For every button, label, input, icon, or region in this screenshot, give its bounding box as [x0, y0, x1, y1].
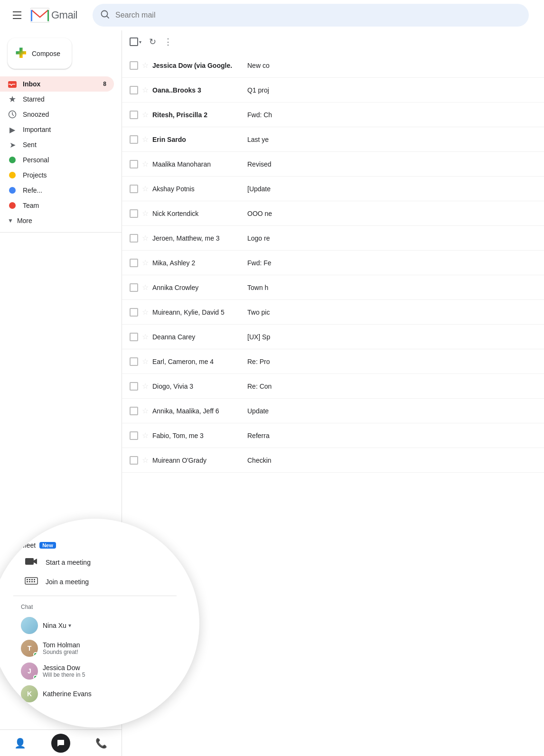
email-checkbox[interactable]: [130, 357, 138, 366]
email-toolbar: ▾ ↻ ⋮: [122, 30, 544, 53]
jessica-online-indicator: [33, 675, 38, 680]
email-row[interactable]: ☆ Earl, Cameron, me 4 Re: Pro: [122, 349, 544, 374]
nina-chevron-icon: ▾: [68, 622, 71, 629]
chat-user-jessica[interactable]: J Jessica Dow Will be there in 5: [21, 660, 169, 682]
select-all-area[interactable]: ▾: [130, 37, 141, 46]
email-checkbox[interactable]: [130, 382, 138, 391]
refresh-button[interactable]: ↻: [149, 37, 156, 47]
star-icon[interactable]: ☆: [142, 357, 149, 366]
star-icon[interactable]: ☆: [142, 110, 149, 119]
chat-bottom-button[interactable]: [51, 734, 70, 753]
star-icon[interactable]: ☆: [142, 332, 149, 341]
email-row[interactable]: ☆ Annika, Maalika, Jeff 6 Update: [122, 399, 544, 423]
email-checkbox[interactable]: [130, 185, 138, 193]
star-icon[interactable]: ☆: [142, 406, 149, 415]
star-icon[interactable]: ☆: [142, 283, 149, 292]
email-row[interactable]: ☆ Muireann O'Grady Checkin: [122, 448, 544, 473]
email-checkbox[interactable]: [130, 333, 138, 341]
email-row[interactable]: ☆ Oana..Brooks 3 Q1 proj: [122, 78, 544, 103]
email-checkbox[interactable]: [130, 111, 138, 119]
chat-user-nina[interactable]: Nina Xu ▾: [21, 614, 169, 637]
start-meeting-button[interactable]: Start a meeting: [13, 553, 177, 572]
select-chevron-icon[interactable]: ▾: [139, 39, 141, 45]
star-icon[interactable]: ☆: [142, 209, 149, 218]
email-row[interactable]: ☆ Ritesh, Priscilla 2 Fwd: Ch: [122, 103, 544, 127]
email-subject: Fwd: Fe: [247, 259, 536, 267]
meet-chat-divider: [13, 596, 177, 596]
email-checkbox[interactable]: [130, 234, 138, 243]
more-button[interactable]: ▼ More: [0, 213, 122, 228]
join-meeting-button[interactable]: Join a meeting: [13, 572, 177, 592]
sidebar-item-references[interactable]: Refe...: [0, 183, 114, 198]
email-row[interactable]: ☆ Deanna Carey [UX] Sp: [122, 325, 544, 349]
email-checkbox[interactable]: [130, 283, 138, 292]
email-row[interactable]: ☆ Mika, Ashley 2 Fwd: Fe: [122, 251, 544, 275]
star-icon[interactable]: ☆: [142, 159, 149, 168]
sender-name: Jessica Dow (via Google.: [152, 62, 247, 69]
star-icon[interactable]: ☆: [142, 135, 149, 144]
important-icon: ▶: [8, 125, 17, 134]
select-all-checkbox[interactable]: [130, 37, 138, 46]
email-subject: Checkin: [247, 457, 536, 464]
chat-user-katherine[interactable]: K Katherine Evans: [21, 682, 169, 705]
starred-label: Starred: [23, 95, 106, 103]
sidebar-item-starred[interactable]: ★ Starred: [0, 92, 114, 107]
sidebar-item-personal[interactable]: Personal: [0, 152, 114, 168]
personal-label: Personal: [23, 156, 106, 164]
sidebar-item-sent[interactable]: ➤ Sent: [0, 137, 114, 152]
svg-rect-10: [31, 579, 33, 580]
star-icon[interactable]: ☆: [142, 382, 149, 391]
compose-button[interactable]: ✚ Compose: [8, 38, 72, 69]
sidebar-item-inbox[interactable]: Inbox 8: [0, 76, 114, 92]
email-checkbox[interactable]: [130, 160, 138, 168]
email-row[interactable]: ☆ Maalika Manoharan Revised: [122, 152, 544, 177]
email-row[interactable]: ☆ Diogo, Vivia 3 Re: Con: [122, 374, 544, 399]
menu-button[interactable]: [8, 6, 27, 25]
sender-name: Nick Kortendick: [152, 210, 247, 217]
chat-user-tom[interactable]: T Tom Holman Sounds great!: [21, 637, 169, 660]
email-checkbox[interactable]: [130, 407, 138, 415]
sidebar-item-projects[interactable]: Projects: [0, 168, 114, 183]
svg-rect-14: [31, 581, 33, 582]
sidebar-item-snoozed[interactable]: Snoozed: [0, 107, 114, 122]
email-checkbox[interactable]: [130, 86, 138, 94]
sender-name: Mika, Ashley 2: [152, 259, 247, 267]
search-bar[interactable]: [93, 4, 529, 27]
star-icon[interactable]: ☆: [142, 431, 149, 440]
email-checkbox[interactable]: [130, 135, 138, 144]
contacts-bottom-button[interactable]: 👤: [11, 734, 30, 753]
hamburger-line: [13, 11, 21, 12]
inbox-icon: [8, 79, 17, 89]
sidebar-item-important[interactable]: ▶ Important: [0, 122, 114, 137]
email-row[interactable]: ☆ Muireann, Kylie, David 5 Two pic: [122, 300, 544, 325]
email-row[interactable]: ☆ Fabio, Tom, me 3 Referra: [122, 423, 544, 448]
star-icon[interactable]: ☆: [142, 456, 149, 465]
search-input[interactable]: [115, 11, 521, 19]
katherine-avatar: K: [21, 685, 38, 702]
star-icon[interactable]: ☆: [142, 233, 149, 243]
email-row[interactable]: ☆ Jessica Dow (via Google. New co: [122, 53, 544, 78]
star-icon[interactable]: ☆: [142, 258, 149, 267]
star-icon[interactable]: ☆: [142, 308, 149, 317]
email-row[interactable]: ☆ Jeroen, Matthew, me 3 Logo re: [122, 226, 544, 251]
email-row[interactable]: ☆ Akshay Potnis [Update: [122, 177, 544, 201]
star-icon[interactable]: ☆: [142, 61, 149, 70]
email-row[interactable]: ☆ Erin Sardo Last ye: [122, 127, 544, 152]
sidebar-divider: [0, 232, 122, 233]
email-checkbox[interactable]: [130, 259, 138, 267]
email-checkbox[interactable]: [130, 431, 138, 440]
sender-name: Deanna Carey: [152, 333, 247, 341]
email-subject: Town h: [247, 284, 536, 291]
star-icon[interactable]: ☆: [142, 85, 149, 94]
phone-bottom-button[interactable]: 📞: [92, 734, 111, 753]
email-checkbox[interactable]: [130, 61, 138, 70]
keyboard-icon: [25, 576, 38, 588]
star-icon[interactable]: ☆: [142, 184, 149, 193]
email-checkbox[interactable]: [130, 456, 138, 465]
more-options-button[interactable]: ⋮: [164, 37, 172, 47]
email-row[interactable]: ☆ Annika Crowley Town h: [122, 275, 544, 300]
sidebar-item-team[interactable]: Team: [0, 198, 114, 213]
email-checkbox[interactable]: [130, 209, 138, 218]
email-checkbox[interactable]: [130, 308, 138, 317]
email-row[interactable]: ☆ Nick Kortendick OOO ne: [122, 201, 544, 226]
